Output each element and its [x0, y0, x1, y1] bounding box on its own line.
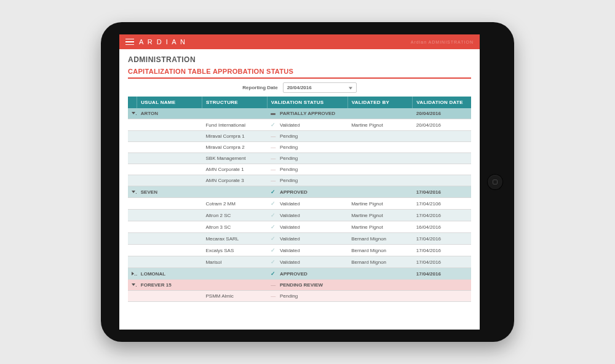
tablet-frame: A R D I A N Ardian ADMINISTRATION ADMINI…	[101, 22, 514, 342]
filter-label: Reporting Date	[242, 85, 277, 90]
child-structure: Altron 3 SC	[202, 221, 267, 233]
child-structure: Miraval Compra 1	[202, 131, 267, 142]
col-name[interactable]: USUAL NAME	[137, 97, 202, 108]
child-status: Pending	[276, 131, 347, 142]
group-row-seven[interactable]: SEVEN✓APPROVED17/04/2016	[128, 186, 471, 198]
menu-icon[interactable]	[125, 39, 134, 45]
col-status[interactable]: VALIDATION STATUS	[267, 97, 347, 108]
status-check-icon: ✓	[271, 235, 276, 242]
child-structure: Altron 2 SC	[202, 210, 267, 221]
expand-toggle-icon[interactable]	[132, 271, 134, 277]
child-by: Martine Pignot	[347, 119, 413, 131]
child-structure: AMN Corporate 3	[202, 175, 267, 186]
child-date: 16/04/2016	[413, 221, 471, 233]
child-row[interactable]: Altron 3 SC✓ValidatedMartine Pignot16/04…	[128, 221, 471, 233]
group-name: SEVEN	[137, 186, 202, 198]
app-screen: A R D I A N Ardian ADMINISTRATION ADMINI…	[119, 34, 480, 330]
topbar-right-text: Ardian ADMINISTRATION	[411, 40, 474, 44]
group-by	[347, 280, 413, 291]
col-date[interactable]: VALIDATION DATE	[413, 97, 471, 108]
child-row[interactable]: Marisol✓ValidatedBernard Mignon17/04/201…	[128, 256, 471, 268]
status-check-icon: ✓	[271, 200, 276, 207]
status-check-icon: ✓	[271, 224, 276, 230]
status-mixed-icon	[271, 113, 276, 115]
status-pending-icon: —	[271, 167, 276, 172]
child-structure: Miraval Compra 2	[202, 142, 267, 153]
child-status: Pending	[276, 164, 347, 175]
status-check-icon: ✓	[271, 259, 276, 265]
child-status: Validated	[276, 119, 347, 131]
topbar: A R D I A N Ardian ADMINISTRATION	[119, 34, 480, 49]
child-by: Bernard Mignon	[347, 256, 413, 268]
group-row-arton[interactable]: ARTONPARTIALLY APPROVED20/04/2016	[128, 108, 471, 119]
child-row[interactable]: Mecarax SARL✓ValidatedBernard Mignon17/0…	[128, 233, 471, 245]
child-structure: Mecarax SARL	[202, 233, 267, 245]
group-name: ARTON	[137, 108, 202, 119]
col-structure[interactable]: STRUCTURE	[202, 97, 267, 108]
child-status: Validated	[276, 233, 347, 245]
expand-toggle-icon[interactable]	[132, 282, 135, 288]
group-status: APPROVED	[276, 186, 347, 198]
child-structure: SBK Management	[202, 153, 267, 164]
child-row[interactable]: AMN Corporate 3—Pending	[128, 175, 471, 186]
child-date	[413, 175, 471, 186]
child-structure: Cotram 2 MM	[202, 198, 267, 210]
status-approved-icon: ✓	[271, 271, 276, 277]
page-body: ADMINISTRATION CAPITALIZATION TABLE APPR…	[119, 49, 480, 314]
brand-label: A R D I A N	[139, 38, 186, 46]
group-status: PARTIALLY APPROVED	[276, 108, 347, 119]
group-date: 17/04/2016	[413, 268, 471, 280]
child-status: Pending	[276, 291, 347, 302]
child-status: Pending	[276, 153, 347, 164]
child-row[interactable]: Excalys SAS✓ValidatedBernard Mignon17/04…	[128, 245, 471, 256]
child-date: 17/04/2016	[413, 256, 471, 268]
group-by	[347, 186, 413, 198]
reporting-date-value: 20/04/2016	[287, 85, 312, 90]
child-row[interactable]: Altron 2 SC✓ValidatedMartine Pignot17/04…	[128, 210, 471, 221]
child-date: 17/04/2016	[413, 245, 471, 256]
child-status: Validated	[276, 221, 347, 233]
child-date	[413, 142, 471, 153]
child-structure: Excalys SAS	[202, 245, 267, 256]
group-date: 17/04/2016	[413, 186, 471, 198]
child-row[interactable]: SBK Management—Pending	[128, 153, 471, 164]
table-header-row: USUAL NAME STRUCTURE VALIDATION STATUS V…	[128, 97, 471, 108]
status-pending-icon: —	[271, 293, 276, 299]
child-structure: AMN Corporate 1	[202, 164, 267, 175]
group-by	[347, 108, 413, 119]
status-pending-icon: —	[271, 156, 276, 161]
child-status: Pending	[276, 142, 347, 153]
reporting-date-select[interactable]: 20/04/2016	[283, 82, 357, 93]
child-status: Validated	[276, 198, 347, 210]
child-by: Martine Pignot	[347, 198, 413, 210]
child-by: Martine Pignot	[347, 210, 413, 221]
group-date	[413, 280, 471, 291]
child-by	[347, 175, 413, 186]
status-approved-icon: ✓	[271, 189, 276, 195]
child-row[interactable]: AMN Corporate 1—Pending	[128, 164, 471, 175]
child-row[interactable]: Miraval Compra 2—Pending	[128, 142, 471, 153]
child-by	[347, 164, 413, 175]
col-by[interactable]: VALIDATED BY	[347, 97, 413, 108]
child-row[interactable]: Miraval Compra 1—Pending	[128, 131, 471, 142]
group-status: APPROVED	[276, 268, 347, 280]
group-row-forever15[interactable]: FOREVER 15—PENDING REVIEW	[128, 280, 471, 291]
child-row[interactable]: Cotram 2 MM✓ValidatedMartine Pignot17/04…	[128, 198, 471, 210]
filter-row: Reporting Date 20/04/2016	[128, 82, 471, 93]
child-status: Validated	[276, 245, 347, 256]
expand-toggle-icon[interactable]	[132, 189, 135, 195]
child-structure: PSMM Almic	[202, 291, 267, 302]
child-by	[347, 131, 413, 142]
child-row[interactable]: Fund International✓ValidatedMartine Pign…	[128, 119, 471, 131]
section-title: CAPITALIZATION TABLE APPROBATION STATUS	[128, 68, 471, 79]
expand-toggle-icon[interactable]	[132, 111, 135, 116]
child-by	[347, 291, 413, 302]
device-home-button[interactable]	[487, 174, 503, 190]
child-by: Bernard Mignon	[347, 233, 413, 245]
child-date	[413, 164, 471, 175]
child-date	[413, 291, 471, 302]
group-row-lomonal[interactable]: LOMONAL✓APPROVED17/04/2016	[128, 268, 471, 280]
child-status: Validated	[276, 256, 347, 268]
child-row[interactable]: PSMM Almic—Pending	[128, 291, 471, 302]
child-date: 20/04/2016	[413, 119, 471, 131]
